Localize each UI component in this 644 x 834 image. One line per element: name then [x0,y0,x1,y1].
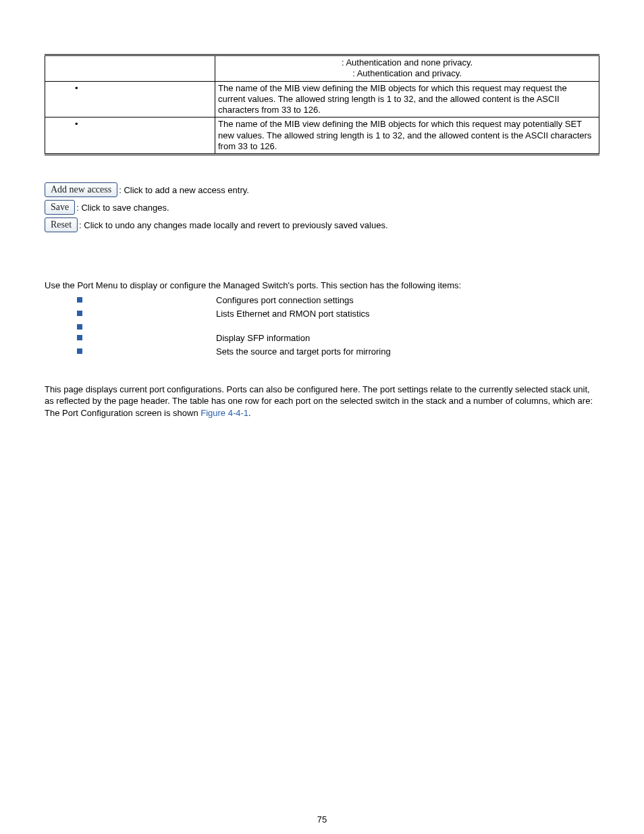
button-desc: : Click to add a new access entry. [119,185,249,195]
button-row: Save : Click to save changes. [45,200,599,215]
list-item: Configures port connection settings [45,294,599,305]
snmp-access-table: : Authentication and none privacy. : Aut… [45,54,599,155]
row-desc: The name of the MIB view defining the MI… [215,118,599,155]
button-row: Reset : Click to undo any changes made l… [45,217,599,232]
row-label [45,55,215,82]
row-label [45,118,215,155]
list-item: Display SFP information [45,332,599,343]
square-bullet-icon [77,335,82,340]
desc-text: The name of the MIB view defining the MI… [218,119,591,151]
desc-line: : Authentication and none privacy. [342,57,473,68]
row-desc: : Authentication and none privacy. : Aut… [215,55,599,82]
row-label [45,81,215,118]
reset-button[interactable]: Reset [45,217,78,232]
figure-link[interactable]: Figure 4-4-1 [200,408,248,418]
table-row: : Authentication and none privacy. : Aut… [45,55,599,82]
add-new-access-button[interactable]: Add new access [45,182,117,197]
port-config-paragraph: This page displays current port configur… [45,384,599,419]
button-desc: : Click to save changes. [76,203,169,213]
item-desc: Display SFP information [216,332,310,343]
desc-line: : Authentication and privacy. [352,68,462,78]
bullet-label [48,119,212,130]
bullet-label [48,83,212,94]
item-desc: Sets the source and target ports for mir… [216,346,391,357]
list-item: Lists Ethernet and RMON port statistics [45,308,599,319]
table-row: The name of the MIB view defining the MI… [45,81,599,118]
desc-text: The name of the MIB view defining the MI… [218,83,567,115]
table-row: The name of the MIB view defining the MI… [45,118,599,155]
row-desc: The name of the MIB view defining the MI… [215,81,599,118]
button-row: Add new access : Click to add a new acce… [45,182,599,197]
item-desc: Lists Ethernet and RMON port statistics [216,308,370,319]
square-bullet-icon [77,297,82,303]
item-desc: Configures port connection settings [216,294,354,305]
save-button[interactable]: Save [45,200,75,215]
button-desc: : Click to undo any changes made locally… [79,220,387,230]
square-bullet-icon [77,311,82,316]
para-text: The Port Configuration screen is shown [45,408,200,418]
para-text: . [248,408,251,418]
list-item [45,321,599,330]
section-intro: Use the Port Menu to display or configur… [45,280,599,292]
page-number: 75 [0,814,644,825]
square-bullet-icon [77,348,82,354]
list-item: Sets the source and target ports for mir… [45,346,599,357]
square-bullet-icon [77,324,82,330]
para-text: This page displays current port configur… [45,384,593,407]
